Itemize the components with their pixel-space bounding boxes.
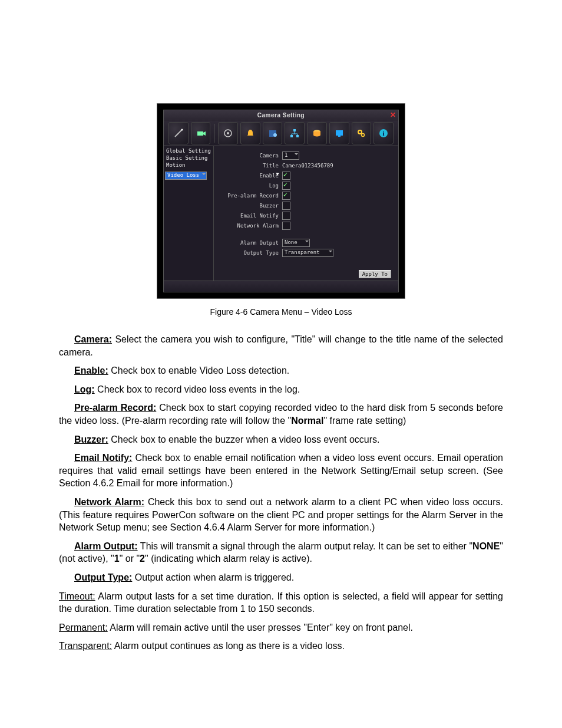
enable-label: Enable: [220, 173, 282, 179]
email-label: Email Notify: [220, 213, 282, 219]
alarmout-text-a: This will transmit a signal through the …: [138, 541, 472, 551]
buzzer-label: Buzzer: [220, 203, 282, 209]
sidebar-item-videoloss[interactable]: Video Loss: [165, 172, 207, 180]
permanent-text-c: " key on front panel.: [329, 622, 413, 633]
prealarm-checkbox[interactable]: [282, 192, 290, 200]
log-label: Log: [220, 183, 282, 189]
enable-field-label: Enable:: [74, 365, 108, 375]
email-checkbox[interactable]: [282, 212, 290, 220]
camera-select[interactable]: 1: [282, 151, 299, 160]
svg-rect-8: [293, 129, 296, 131]
settings-sidebar: Global Setting Basic Setting Motion Vide…: [164, 146, 214, 288]
window-footer: [164, 281, 398, 292]
timeout-text: Alarm output lasts for a set time durati…: [59, 591, 503, 614]
close-icon[interactable]: ✕: [389, 111, 397, 119]
prealarm-field-label: Pre-alarm Record:: [74, 403, 156, 413]
outtype-field-label: Output Type:: [74, 572, 132, 582]
tool-gears-icon[interactable]: [352, 122, 372, 144]
alarmout-2: 2: [140, 554, 145, 564]
alarmout-none: NONE: [472, 541, 500, 551]
transparent-text: Alarm output continues as long as there …: [112, 641, 345, 651]
svg-point-1: [181, 129, 183, 131]
alarmout-text-g: " (indicating which alarm relay is activ…: [145, 554, 312, 564]
toolbar: i: [164, 121, 398, 146]
buzzer-field-text: Check box to enable the buzzer when a vi…: [108, 434, 380, 444]
tool-camera-icon[interactable]: [191, 122, 211, 144]
email-field-label: Email Notify:: [74, 453, 132, 463]
tool-record-icon[interactable]: [218, 122, 238, 144]
svg-point-7: [273, 133, 277, 137]
window-titlebar: Camera Setting ✕: [164, 110, 398, 121]
alarmout-field-label: Alarm Output:: [74, 541, 138, 551]
svg-rect-10: [296, 135, 299, 137]
prealarm-field-text-c: " frame rate setting): [323, 416, 406, 426]
alarmout-text-e: " or ": [120, 554, 140, 564]
window-title: Camera Setting: [164, 110, 398, 121]
camera-field-label: Camera:: [74, 334, 112, 344]
log-checkbox[interactable]: [282, 182, 290, 190]
svg-line-0: [175, 130, 182, 137]
camera-setting-screenshot: Camera Setting ✕ i Global Setting Bas: [157, 103, 405, 299]
tool-bell-icon[interactable]: [240, 122, 260, 144]
outtype-label: Output Type: [220, 250, 282, 256]
svg-point-15: [362, 134, 365, 137]
svg-point-14: [358, 130, 362, 134]
transparent-label: Transparent:: [59, 641, 112, 651]
svg-text:i: i: [383, 130, 385, 137]
prealarm-label: Pre-alarm Record: [220, 193, 282, 199]
netalarm-checkbox[interactable]: [282, 222, 290, 230]
enable-checkbox[interactable]: [282, 172, 290, 180]
timeout-label: Timeout:: [59, 591, 95, 601]
netalarm-field-label: Network Alarm:: [74, 497, 144, 507]
tool-info-icon[interactable]: i: [373, 122, 394, 144]
sidebar-item-basic[interactable]: Basic Setting: [165, 154, 212, 162]
permanent-text-a: Alarm will remain active until the user …: [108, 622, 307, 633]
buzzer-checkbox[interactable]: [282, 202, 290, 210]
settings-form: ➤ Camera1 TitleCamera0123456789 Enable L…: [214, 146, 398, 288]
alarmout-select[interactable]: None: [282, 239, 310, 247]
tool-schedule-icon[interactable]: [263, 122, 283, 144]
tool-display-icon[interactable]: [329, 122, 349, 144]
svg-rect-2: [197, 131, 203, 136]
alarmout-1: 1: [114, 554, 120, 564]
log-field-text: Check box to record video loss events in…: [95, 384, 300, 394]
svg-point-5: [227, 132, 229, 134]
svg-marker-3: [203, 131, 206, 136]
camera-field-text: Select the camera you wish to configure,…: [59, 334, 503, 357]
outtype-field-text: Output action when alarm is triggered.: [132, 572, 294, 582]
camera-label: Camera: [220, 153, 282, 159]
enable-field-text: Check box to enable Video Loss detection…: [108, 365, 289, 375]
apply-to-button[interactable]: Apply To: [359, 270, 391, 278]
permanent-enter: Enter: [307, 622, 329, 633]
tool-wand-icon[interactable]: [168, 122, 189, 144]
log-field-label: Log:: [74, 384, 95, 394]
netalarm-label: Network Alarm: [220, 223, 282, 229]
alarmout-label: Alarm Output: [220, 240, 282, 246]
svg-rect-13: [338, 136, 340, 137]
document-body: Camera: Select the camera you wish to co…: [59, 333, 503, 653]
svg-rect-9: [290, 135, 293, 137]
svg-rect-12: [336, 130, 343, 136]
sidebar-item-motion[interactable]: Motion: [165, 162, 212, 169]
tool-disk-icon[interactable]: [307, 122, 327, 144]
outtype-select[interactable]: Transparent: [282, 249, 333, 257]
buzzer-field-label: Buzzer:: [74, 434, 108, 444]
title-value: Camera0123456789: [282, 163, 333, 169]
permanent-label: Permanent:: [59, 622, 108, 633]
sidebar-item-global[interactable]: Global Setting: [165, 147, 212, 154]
title-label: Title: [220, 163, 282, 169]
prealarm-normal: Normal: [291, 416, 323, 426]
figure-caption: Figure 4-6 Camera Menu – Video Loss: [59, 307, 503, 317]
tool-network-icon[interactable]: [285, 122, 305, 144]
